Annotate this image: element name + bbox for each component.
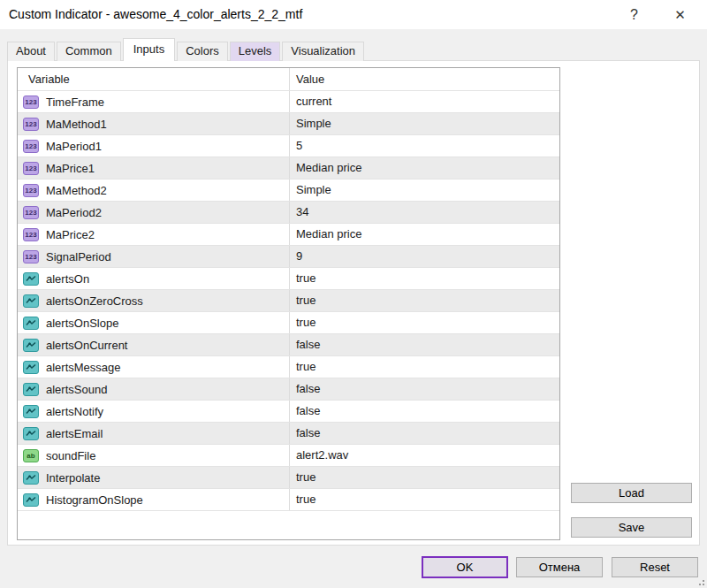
value-cell[interactable]: true	[289, 489, 559, 510]
int-icon: 123	[23, 118, 39, 131]
tab-visualization[interactable]: Visualization	[282, 42, 364, 61]
table-rows: 123TimeFramecurrent123MaMethod1Simple123…	[18, 91, 559, 511]
table-header-row: Variable Value	[18, 68, 559, 91]
table-row[interactable]: 123MaPrice1Median price	[18, 157, 559, 179]
table-row[interactable]: 123TimeFramecurrent	[18, 91, 559, 113]
tab-strip: AboutCommonInputsColorsLevelsVisualizati…	[7, 41, 366, 61]
tab-common[interactable]: Common	[57, 42, 121, 61]
table-row[interactable]: 123MaMethod2Simple	[18, 179, 559, 202]
table-row[interactable]: alertsEmailfalse	[18, 423, 559, 445]
reset-button[interactable]: Reset	[612, 557, 698, 577]
load-button[interactable]: Load	[571, 483, 692, 503]
int-icon: 123	[23, 228, 39, 241]
value-cell[interactable]: 34	[289, 202, 559, 223]
table-row[interactable]: 123SignalPeriod9	[18, 246, 559, 268]
table-row[interactable]: 123MaPeriod234	[18, 202, 559, 224]
bool-icon	[23, 339, 39, 352]
variable-name: alertsSound	[46, 383, 107, 396]
variable-name: alertsOnZeroCross	[46, 294, 143, 308]
variable-cell: 123MaPrice2	[18, 224, 289, 245]
close-icon[interactable]: ✕	[660, 0, 700, 29]
tab-about[interactable]: About	[7, 42, 55, 61]
int-icon: 123	[23, 184, 39, 197]
value-cell[interactable]: false	[289, 423, 559, 444]
value-cell[interactable]: Simple	[289, 179, 559, 201]
value-cell[interactable]: true	[289, 312, 559, 333]
variable-cell: 123MaMethod1	[18, 113, 289, 134]
int-icon: 123	[23, 206, 39, 219]
variable-name: MaPeriod2	[46, 206, 102, 219]
variable-cell: 123MaPrice1	[18, 157, 289, 179]
tab-levels[interactable]: Levels	[230, 42, 281, 61]
value-cell[interactable]: alert2.wav	[289, 445, 559, 466]
variable-name: soundFile	[46, 449, 95, 462]
variable-name: MaMethod1	[46, 118, 107, 131]
variable-cell: 123SignalPeriod	[18, 246, 289, 267]
variable-cell: alertsSound	[18, 378, 289, 400]
variable-cell: Interpolate	[18, 467, 289, 488]
variable-cell: 123TimeFrame	[18, 91, 289, 112]
variable-name: MaPrice2	[46, 228, 95, 241]
table-row[interactable]: Interpolatetrue	[18, 467, 559, 489]
variable-cell: 123MaPeriod2	[18, 202, 289, 223]
table-row[interactable]: alertsMessagetrue	[18, 356, 559, 378]
variable-name: alertsOnCurrent	[46, 339, 127, 352]
value-cell[interactable]: 9	[289, 246, 559, 267]
value-cell[interactable]: Median price	[289, 224, 559, 245]
table-row[interactable]: alertsNotifyfalse	[18, 401, 559, 423]
table-row[interactable]: 123MaPeriod15	[18, 135, 559, 157]
variable-cell: alertsOn	[18, 268, 289, 289]
value-cell[interactable]: Simple	[289, 113, 559, 134]
bool-icon	[23, 493, 39, 507]
bool-icon	[23, 294, 39, 308]
bool-icon	[23, 272, 39, 286]
variable-name: TimeFrame	[46, 95, 104, 109]
value-cell[interactable]: Median price	[289, 157, 559, 179]
variable-name: alertsNotify	[46, 405, 103, 418]
column-header-value: Value	[289, 68, 559, 90]
save-button[interactable]: Save	[571, 517, 692, 538]
variable-name: Interpolate	[46, 471, 100, 485]
bool-icon	[23, 427, 39, 440]
variable-name: MaPrice1	[46, 162, 95, 175]
value-cell[interactable]: false	[289, 401, 559, 422]
value-cell[interactable]: true	[289, 290, 559, 311]
int-icon: 123	[23, 140, 39, 153]
table-row[interactable]: 123MaPrice2Median price	[18, 224, 559, 246]
value-cell[interactable]: false	[289, 378, 559, 400]
indicator-settings-dialog: Custom Indicator - awesome_4_color_alert…	[0, 0, 707, 588]
string-icon: ab	[23, 449, 39, 462]
variable-name: alertsOnSlope	[46, 317, 118, 330]
value-cell[interactable]: true	[289, 268, 559, 289]
int-icon: 123	[23, 250, 39, 263]
table-row[interactable]: HistogramOnSlopetrue	[18, 489, 559, 511]
variable-cell: absoundFile	[18, 445, 289, 466]
tab-colors[interactable]: Colors	[177, 42, 228, 61]
value-cell[interactable]: 5	[289, 135, 559, 157]
table-row[interactable]: absoundFilealert2.wav	[18, 445, 559, 467]
value-cell[interactable]: false	[289, 334, 559, 355]
ok-button[interactable]: OK	[422, 556, 508, 578]
table-row[interactable]: alertsOnCurrentfalse	[18, 334, 559, 356]
tab-inputs[interactable]: Inputs	[123, 38, 175, 61]
variable-cell: alertsOnSlope	[18, 312, 289, 333]
value-cell[interactable]: current	[289, 91, 559, 112]
value-cell[interactable]: true	[289, 467, 559, 488]
variable-name: MaMethod2	[46, 184, 107, 197]
table-row[interactable]: alertsOntrue	[18, 268, 559, 290]
table-row[interactable]: alertsOnSlopetrue	[18, 312, 559, 334]
cancel-button[interactable]: Отмена	[516, 557, 603, 577]
value-cell[interactable]: true	[289, 356, 559, 378]
bool-icon	[23, 383, 39, 396]
resize-grip-icon[interactable]	[696, 577, 704, 585]
variable-name: SignalPeriod	[46, 250, 111, 263]
table-row[interactable]: alertsOnZeroCrosstrue	[18, 290, 559, 312]
table-row[interactable]: 123MaMethod1Simple	[18, 113, 559, 135]
variable-name: alertsMessage	[46, 361, 121, 374]
table-row[interactable]: alertsSoundfalse	[18, 378, 559, 401]
help-icon[interactable]: ?	[614, 0, 654, 29]
variable-name: MaPeriod1	[46, 140, 102, 153]
inputs-tab-panel: Variable Value 123TimeFramecurrent123MaM…	[7, 60, 700, 546]
variable-cell: alertsEmail	[18, 423, 289, 444]
variable-cell: 123MaMethod2	[18, 179, 289, 201]
